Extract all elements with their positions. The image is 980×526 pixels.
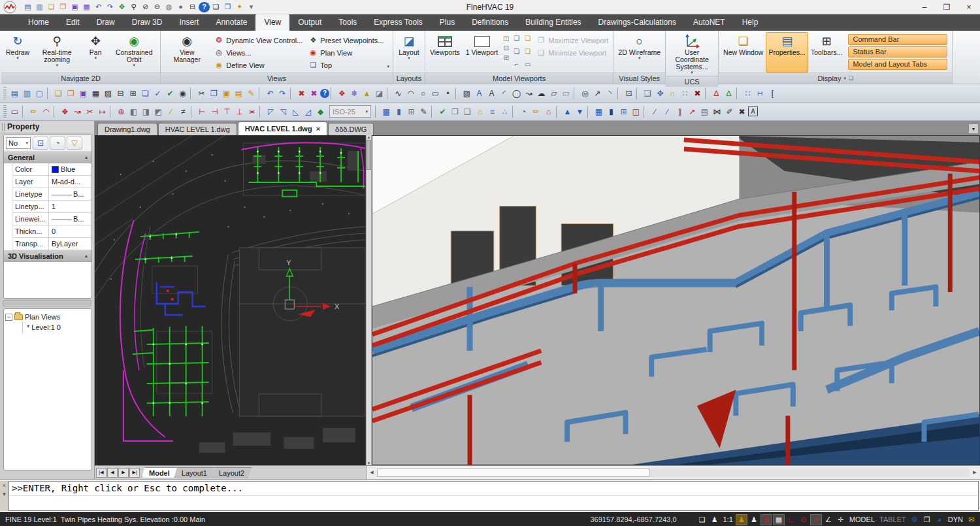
fillet-arc-icon[interactable]: ◝ bbox=[604, 88, 616, 99]
donut-icon[interactable]: ◎ bbox=[579, 88, 591, 99]
annotation-autoadd-icon[interactable]: ♟ bbox=[748, 514, 760, 525]
column-icon[interactable]: ◫ bbox=[630, 106, 642, 118]
copy-icon[interactable]: ❐ bbox=[208, 88, 220, 99]
tab-draw[interactable]: Draw bbox=[88, 14, 123, 31]
plan-view-item[interactable]: ◉ Plan View bbox=[306, 46, 386, 59]
tab-help[interactable]: Help bbox=[734, 14, 767, 31]
print-icon[interactable]: ⊟ bbox=[187, 2, 198, 12]
tab-express-tools[interactable]: Express Tools bbox=[365, 14, 431, 31]
slope-icon[interactable]: ▲ bbox=[361, 88, 373, 99]
vp-named-icon[interactable]: ❏ bbox=[512, 47, 521, 56]
tree-expander-icon[interactable]: − bbox=[5, 314, 12, 321]
print-icon[interactable]: ⊟ bbox=[114, 88, 127, 99]
dim-continue-icon[interactable]: ⊥ bbox=[233, 106, 246, 118]
tree-item-level[interactable]: * Level:1 0 bbox=[22, 322, 90, 333]
ucs-button[interactable]: User Coordinate Systems... ▾ bbox=[668, 32, 716, 76]
command-menu-icon[interactable]: ▾ bbox=[3, 491, 6, 497]
tab-plus[interactable]: Plus bbox=[431, 14, 463, 31]
offset-icon[interactable]: ❖ bbox=[59, 106, 71, 118]
duct-pen-icon[interactable]: ✐ bbox=[723, 106, 736, 118]
sep[interactable] bbox=[736, 88, 740, 99]
first-tab-button[interactable]: |◀ bbox=[96, 468, 106, 478]
annotation-lock-icon[interactable]: ❏ bbox=[696, 514, 708, 525]
dyn-label[interactable]: DYN bbox=[946, 514, 965, 525]
circle-icon[interactable]: ○ bbox=[417, 88, 429, 99]
wall-icon[interactable]: ▦ bbox=[593, 106, 605, 118]
layout2-tab[interactable]: Layout2 bbox=[212, 467, 252, 478]
maximize-viewport-item[interactable]: ❐ Maximize Viewport bbox=[534, 34, 611, 46]
sep[interactable] bbox=[574, 88, 578, 99]
tab-autonet[interactable]: AutoNET bbox=[685, 14, 734, 31]
text-icon[interactable]: A bbox=[485, 88, 498, 99]
publish-icon[interactable]: ❏ bbox=[210, 2, 221, 12]
redo-icon[interactable]: ↷ bbox=[105, 2, 116, 12]
status-bar-toggle[interactable]: Status Bar bbox=[848, 46, 947, 58]
tab-tools[interactable]: Tools bbox=[330, 14, 365, 31]
fillet-icon[interactable]: ◠ bbox=[40, 106, 52, 118]
door-icon[interactable]: ▮ bbox=[605, 106, 617, 118]
command-bar-toggle[interactable]: Command Bar bbox=[848, 34, 947, 45]
rectangle-icon[interactable]: ▭ bbox=[429, 88, 442, 99]
vp-object-icon[interactable]: ▭ bbox=[523, 60, 532, 69]
window-icon[interactable]: ⊞ bbox=[617, 106, 630, 118]
coordinates-readout[interactable]: 369157.8294,-6857.7243,0 bbox=[590, 516, 676, 523]
tablet-label[interactable]: TABLET bbox=[877, 514, 908, 525]
arc-3p-icon[interactable]: ◜ bbox=[498, 88, 510, 99]
viewport-2d[interactable]: Y X bbox=[95, 135, 366, 465]
group-icon[interactable]: ⊡ bbox=[623, 88, 635, 99]
redo-icon[interactable]: ↷ bbox=[276, 88, 289, 99]
mirror-copy-icon[interactable]: ∆ bbox=[723, 88, 735, 99]
pipe-return-icon[interactable]: ∕ bbox=[661, 106, 674, 118]
preview-icon[interactable]: ❏ bbox=[139, 88, 152, 99]
mview-4-icon[interactable]: ◿ bbox=[302, 106, 314, 118]
circle-2p-icon[interactable]: ◯ bbox=[510, 88, 523, 99]
constrained-orbit-button[interactable]: ◉ Constrained Orbit ▾ bbox=[110, 32, 158, 73]
tab-scroll-button[interactable]: ▾ bbox=[968, 123, 979, 134]
annotation-scale-person-icon[interactable]: ♟ bbox=[709, 514, 721, 525]
erase-x-icon[interactable]: ✖ bbox=[736, 106, 748, 118]
leader-icon[interactable]: ↗ bbox=[591, 88, 604, 99]
slice-icon[interactable]: ∕ bbox=[165, 106, 177, 118]
layer-tree-icon[interactable]: ∴ bbox=[498, 106, 511, 118]
fitting-icon[interactable]: ⋈ bbox=[711, 106, 723, 118]
save-file-icon[interactable]: ▣ bbox=[77, 88, 90, 99]
zoom-object-icon[interactable]: ⊕ bbox=[115, 106, 127, 118]
tab-output[interactable]: Output bbox=[289, 14, 330, 31]
mirror-icon[interactable]: ∆ bbox=[710, 88, 723, 99]
new-file-icon[interactable]: ❏ bbox=[52, 88, 65, 99]
panel-splitter[interactable] bbox=[3, 300, 91, 306]
sep[interactable] bbox=[259, 88, 263, 99]
sep[interactable] bbox=[617, 88, 621, 99]
restore-button[interactable]: ❐ bbox=[936, 0, 958, 14]
pan-icon[interactable]: ✥ bbox=[116, 2, 127, 12]
sep[interactable] bbox=[644, 106, 647, 118]
viewport-3d[interactable] bbox=[372, 135, 980, 465]
property-panel-header[interactable]: Property bbox=[0, 121, 94, 133]
elevation-icon[interactable]: ⌂ bbox=[542, 106, 555, 118]
erase-icon[interactable]: ✖ bbox=[691, 88, 704, 99]
ducs-icon[interactable]: ✛ bbox=[835, 514, 847, 525]
properties-button[interactable]: ▤ Properties... bbox=[766, 32, 808, 73]
folder-copy-icon[interactable]: ❐ bbox=[449, 106, 461, 118]
array-rect-icon[interactable]: ∷ bbox=[742, 88, 754, 99]
new-window-button[interactable]: ❏ New Window bbox=[721, 32, 766, 73]
pipe-twin-icon[interactable]: ∥ bbox=[674, 106, 686, 118]
command-input-line[interactable] bbox=[9, 496, 978, 510]
open-file-icon[interactable]: ❐ bbox=[65, 88, 77, 99]
vp-bottom-icon[interactable]: ◨ bbox=[140, 106, 152, 118]
sep[interactable] bbox=[191, 106, 195, 118]
panel-icon[interactable]: ▮ bbox=[393, 106, 405, 118]
property-row[interactable]: Linetyp... 1 bbox=[12, 201, 91, 213]
copy-object-icon[interactable]: ❑ bbox=[642, 88, 654, 99]
panel-grip[interactable] bbox=[2, 123, 5, 131]
prev-tab-button[interactable]: ◀ bbox=[107, 468, 118, 478]
layout1-tab[interactable]: Layout1 bbox=[174, 467, 214, 478]
vp-corner-icon[interactable]: ◩ bbox=[152, 106, 165, 118]
extend-icon[interactable]: ↦ bbox=[96, 106, 108, 118]
unlock-icon[interactable]: ∩ bbox=[666, 88, 679, 99]
toolbar-grip[interactable] bbox=[3, 105, 7, 118]
array-icon[interactable]: ∷ bbox=[679, 88, 691, 99]
command-input-area[interactable]: >>ENTER, Right click or Esc to complete.… bbox=[8, 481, 979, 511]
shade-icon[interactable]: ◍ bbox=[163, 2, 174, 12]
vp-four-icon[interactable]: ⊞ bbox=[501, 54, 511, 63]
